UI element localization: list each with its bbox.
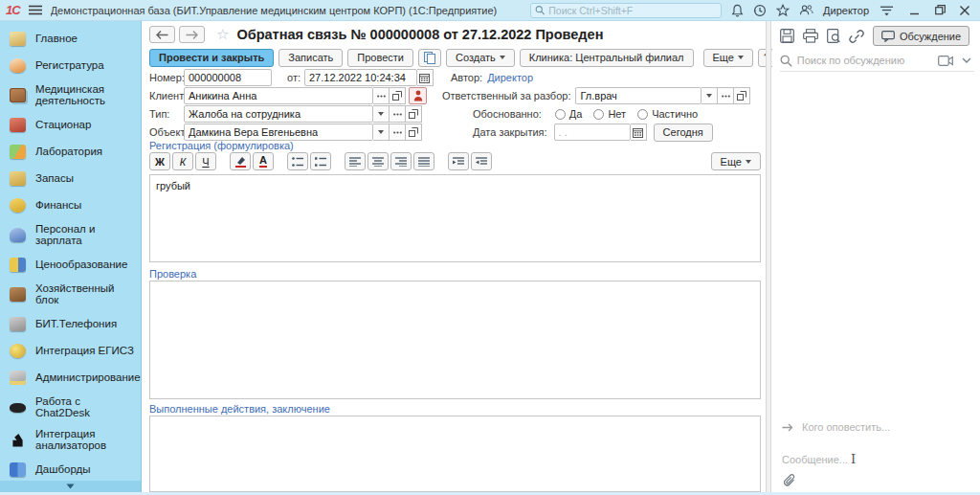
sidebar-item-stock[interactable]: Запасы [0, 165, 141, 191]
bold-button[interactable]: Ж [149, 152, 170, 170]
discussion-toggle-button[interactable]: Обсуждение [873, 26, 969, 46]
global-search-input[interactable] [548, 5, 717, 16]
responsible-dropdown-icon[interactable] [702, 87, 718, 104]
object-choose-icon[interactable] [390, 124, 406, 141]
client-open-icon[interactable] [390, 87, 406, 104]
type-field[interactable]: Жалоба на сотрудника [184, 105, 373, 123]
print-icon[interactable] [803, 28, 818, 44]
post-and-close-button[interactable]: Провести и закрыть [149, 49, 274, 67]
sidebar-item-registry[interactable]: Регистратура [0, 52, 141, 79]
sidebar-item-egisz[interactable]: Интеграция ЕГИСЗ [0, 337, 141, 364]
bullet-list-icon[interactable] [287, 152, 308, 170]
responsible-field[interactable]: Гл.врач [575, 87, 702, 104]
attachment-paperclip-icon[interactable] [782, 472, 798, 488]
sidebar-item-main[interactable]: Главное [0, 25, 141, 52]
preview-icon[interactable] [827, 28, 840, 44]
align-center-icon[interactable] [368, 152, 389, 170]
sidebar-item-household[interactable]: Хозяйственный блок [0, 278, 141, 310]
lab-icon [10, 145, 26, 159]
minimize-icon[interactable] [907, 3, 923, 18]
number-field[interactable]: 000000008 [184, 69, 272, 86]
check-text-area[interactable] [149, 281, 761, 399]
close-date-field[interactable]: . . [554, 124, 631, 141]
save-icon[interactable] [780, 28, 794, 44]
today-button[interactable]: Сегодня [654, 124, 713, 142]
telephony-icon [10, 317, 26, 331]
notifications-bell-icon[interactable] [729, 3, 745, 18]
justified-no-option[interactable]: Нет [593, 108, 626, 120]
save-button[interactable]: Записать [278, 49, 343, 67]
italic-button[interactable]: К [172, 152, 193, 170]
registration-text-area[interactable]: грубый [149, 174, 761, 262]
sidebar-item-dashboards[interactable]: Дашборды [0, 456, 141, 483]
pricing-icon [10, 258, 26, 272]
calendar-icon[interactable] [417, 69, 434, 86]
sidebar-item-laboratory[interactable]: Лаборатория [0, 138, 141, 165]
indent-increase-icon[interactable] [448, 152, 469, 170]
notify-row[interactable]: Кого оповестить... [782, 421, 972, 433]
current-user[interactable]: Директор [823, 5, 869, 16]
message-input[interactable]: Сообщение... [782, 454, 972, 465]
service-settings-icon[interactable] [879, 3, 894, 18]
highlight-color-icon[interactable] [230, 152, 251, 170]
justified-yes-option[interactable]: Да [555, 108, 583, 120]
editor-more-button[interactable]: Еще [711, 152, 761, 170]
responsible-choose-icon[interactable] [718, 87, 734, 104]
client-card-person-icon[interactable] [409, 87, 427, 104]
post-button[interactable]: Провести [347, 49, 413, 67]
sidebar-item-telephony[interactable]: БИТ.Телефония [0, 310, 141, 337]
indent-decrease-icon[interactable] [471, 152, 492, 170]
align-left-icon[interactable] [345, 152, 366, 170]
sidebar-item-pricing[interactable]: Ценообразование [0, 251, 141, 278]
create-button[interactable]: Создать [446, 49, 515, 67]
object-open-icon[interactable] [406, 124, 422, 141]
create-based-on-icon-button[interactable] [418, 49, 441, 67]
sidebar-item-admin[interactable]: Администрирование [0, 364, 141, 391]
global-search[interactable] [530, 3, 722, 18]
favorite-star-icon[interactable]: ☆ [216, 26, 229, 43]
author-link[interactable]: Директор [487, 72, 533, 83]
link-icon[interactable] [849, 28, 864, 44]
sidebar-item-hr[interactable]: Персонал и зарплата [0, 218, 141, 251]
sidebar-item-medical[interactable]: Медицинская деятельность [0, 79, 141, 111]
justified-partial-option[interactable]: Частично [637, 108, 698, 120]
more-button[interactable]: Еще [703, 49, 753, 67]
video-call-icon[interactable] [938, 53, 954, 69]
sidebar-item-analyzers[interactable]: Интеграция анализаторов [0, 423, 141, 456]
finance-icon [10, 198, 26, 213]
hamburger-menu-icon[interactable] [28, 3, 43, 18]
favorites-star-icon[interactable] [775, 3, 791, 18]
numbered-list-icon[interactable] [310, 152, 331, 170]
font-color-icon[interactable]: А [253, 152, 274, 170]
sidebar-item-inpatient[interactable]: Стационар [0, 111, 141, 138]
sidebar-item-finance[interactable]: Финансы [0, 191, 141, 218]
type-dropdown-icon[interactable] [373, 105, 390, 123]
client-choose-icon[interactable] [373, 87, 390, 104]
align-right-icon[interactable] [390, 152, 412, 170]
sidebar-scroll-down[interactable] [0, 481, 141, 492]
actions-text-area[interactable] [149, 416, 761, 492]
type-open-icon[interactable] [406, 105, 422, 123]
back-button[interactable] [149, 26, 175, 43]
restore-icon[interactable] [932, 3, 947, 18]
type-choose-icon[interactable] [390, 105, 406, 123]
object-field[interactable]: Дамкина Вера Евгеньевна [184, 124, 373, 141]
clinic-button[interactable]: Клиника: Центральный филиал [520, 49, 694, 67]
history-icon[interactable] [752, 3, 768, 18]
align-justify-icon[interactable] [413, 152, 434, 170]
app-window: 1С Демонстрационная база (БИТ.Управление… [0, 0, 980, 495]
collaboration-users-icon[interactable] [798, 3, 813, 18]
sidebar-item-chat2desk[interactable]: Работа с Chat2Desk [0, 391, 141, 423]
underline-button[interactable]: Ч [195, 152, 216, 170]
responsible-open-icon[interactable] [734, 87, 750, 104]
discussion-search-input[interactable] [797, 55, 933, 66]
egisz-icon [10, 344, 26, 358]
forward-button[interactable] [179, 26, 205, 43]
close-window-icon[interactable] [957, 3, 972, 18]
object-dropdown-icon[interactable] [373, 124, 390, 141]
client-field[interactable]: Аникина Анна [184, 87, 373, 104]
panel-splitter[interactable] [766, 21, 771, 492]
chevron-down-icon[interactable] [958, 53, 974, 69]
datetime-field[interactable]: 27.12.2022 10:24:34 [304, 69, 417, 86]
calendar-icon[interactable] [631, 124, 647, 141]
